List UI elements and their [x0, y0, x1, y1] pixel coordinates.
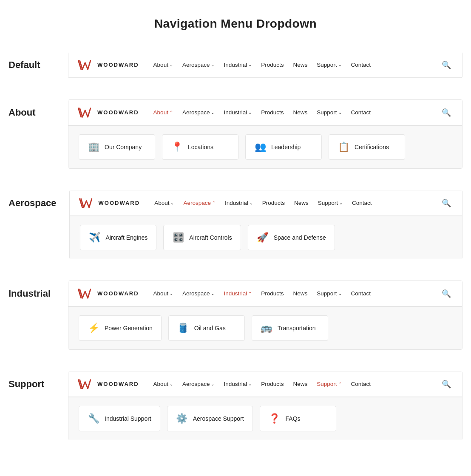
nav-item-news[interactable]: News	[289, 287, 312, 300]
nav-item-products[interactable]: Products	[257, 377, 288, 391]
logo[interactable]: WOODWARD	[77, 378, 139, 391]
dropdown-item[interactable]: ✈️ Aircraft Engines	[80, 225, 157, 250]
nav-item-about[interactable]: About⌃	[149, 106, 177, 119]
dropdown-items: 🏢 Our Company 📍 Locations 👥 Leadership 📋…	[79, 134, 452, 160]
nav-item-industrial[interactable]: Industrial⌃	[219, 287, 256, 300]
dropdown-item-label: Aircraft Controls	[189, 234, 232, 241]
logo[interactable]: WOODWARD	[78, 197, 140, 210]
dropdown-item[interactable]: 📋 Certifications	[329, 134, 405, 160]
nav-item-label: Industrial	[224, 62, 247, 68]
nav-item-news[interactable]: News	[289, 377, 312, 391]
nav-item-aerospace[interactable]: Aerospace⌄	[178, 377, 219, 391]
nav-item-support[interactable]: Support⌄	[312, 106, 346, 119]
nav-item-about[interactable]: About⌄	[149, 287, 177, 300]
nav-item-contact[interactable]: Contact	[347, 287, 375, 300]
nav-item-about[interactable]: About⌄	[149, 377, 177, 391]
nav-item-label: Support	[317, 62, 337, 68]
dropdown-item[interactable]: ⚡ Power Generation	[79, 315, 162, 341]
nav-item-aerospace[interactable]: Aerospace⌄	[178, 58, 219, 71]
section-default: Default WOODWARD About⌄ Aerospace⌄ Indus…	[9, 52, 462, 78]
nav-item-products[interactable]: Products	[257, 58, 288, 71]
nav-item-aerospace[interactable]: Aerospace⌄	[178, 287, 219, 300]
nav-item-contact[interactable]: Contact	[347, 377, 375, 391]
nav-bar: WOODWARD About⌄ Aerospace⌃ Industrial⌄ P…	[70, 190, 462, 216]
dropdown-item-icon: ⚡	[88, 323, 99, 334]
nav-item-about[interactable]: About⌄	[149, 58, 177, 71]
logo[interactable]: WOODWARD	[77, 287, 139, 300]
dropdown-item-icon: 📋	[338, 142, 349, 153]
nav-item-aerospace[interactable]: Aerospace⌃	[179, 196, 220, 210]
nav-container-about: WOODWARD About⌃ Aerospace⌄ Industrial⌄ P…	[68, 99, 462, 169]
search-icon[interactable]: 🔍	[439, 105, 454, 120]
chevron-aerospace-icon: ⌄	[211, 110, 214, 115]
dropdown-item-icon: ⚙️	[176, 413, 188, 424]
nav-item-products[interactable]: Products	[258, 196, 289, 210]
nav-item-label: Support	[317, 109, 337, 116]
nav-item-news[interactable]: News	[290, 196, 313, 210]
nav-item-aerospace[interactable]: Aerospace⌄	[178, 106, 219, 119]
dropdown-item[interactable]: 🛢️ Oil and Gas	[168, 315, 245, 341]
nav-links: About⌄ Aerospace⌄ Industrial⌃ Products N…	[149, 287, 437, 300]
dropdown-item[interactable]: ⚙️ Aerospace Support	[167, 406, 253, 431]
nav-item-industrial[interactable]: Industrial⌄	[219, 377, 256, 391]
dropdown-items: ✈️ Aircraft Engines 🎛️ Aircraft Controls…	[80, 225, 452, 250]
chevron-support-icon: ⌄	[339, 201, 343, 205]
nav-item-contact[interactable]: Contact	[347, 106, 375, 119]
nav-container-support: WOODWARD About⌄ Aerospace⌄ Industrial⌄ P…	[68, 371, 462, 440]
nav-item-about[interactable]: About⌄	[150, 196, 178, 210]
nav-item-label: News	[294, 200, 309, 206]
nav-item-industrial[interactable]: Industrial⌄	[219, 58, 256, 71]
search-icon[interactable]: 🔍	[439, 286, 454, 301]
nav-item-support[interactable]: Support⌄	[312, 58, 346, 71]
dropdown-item-label: Locations	[188, 144, 213, 150]
chevron-industrial-icon: ⌄	[248, 382, 252, 386]
nav-item-products[interactable]: Products	[257, 287, 288, 300]
nav-item-label: Aerospace	[182, 62, 210, 68]
dropdown-item-icon: 🛢️	[177, 323, 189, 334]
dropdown-item-label: Power Generation	[105, 325, 153, 332]
search-icon[interactable]: 🔍	[439, 377, 454, 391]
dropdown-item[interactable]: 👥 Leadership	[245, 134, 322, 160]
section-label-industrial: Industrial	[9, 280, 55, 299]
dropdown-item[interactable]: 🔧 Industrial Support	[79, 406, 160, 431]
logo-text: WOODWARD	[97, 109, 139, 116]
logo-text: WOODWARD	[99, 200, 140, 206]
nav-links: About⌄ Aerospace⌄ Industrial⌄ Products N…	[149, 377, 437, 391]
chevron-aerospace-icon: ⌄	[211, 382, 214, 386]
chevron-aerospace-icon: ⌄	[211, 62, 214, 67]
dropdown-item-icon: ❓	[269, 413, 281, 424]
nav-container-aerospace: WOODWARD About⌄ Aerospace⌃ Industrial⌄ P…	[69, 190, 462, 259]
dropdown-item[interactable]: 🚌 Transportation	[252, 315, 328, 341]
dropdown-item-icon: 🏢	[88, 142, 99, 153]
nav-item-industrial[interactable]: Industrial⌄	[221, 196, 257, 210]
nav-item-industrial[interactable]: Industrial⌄	[219, 106, 256, 119]
dropdown-item[interactable]: 🚀 Space and Defense	[248, 225, 335, 250]
nav-item-label: About	[153, 62, 168, 68]
nav-item-support[interactable]: Support⌄	[312, 287, 346, 300]
logo[interactable]: WOODWARD	[77, 59, 139, 71]
nav-links: About⌃ Aerospace⌄ Industrial⌄ Products N…	[149, 106, 437, 119]
dropdown-item-icon: 🚌	[261, 323, 272, 334]
nav-container-default: WOODWARD About⌄ Aerospace⌄ Industrial⌄ P…	[68, 52, 462, 78]
chevron-aerospace-icon: ⌄	[211, 291, 214, 296]
dropdown-item[interactable]: 🏢 Our Company	[79, 134, 155, 160]
logo[interactable]: WOODWARD	[77, 106, 139, 119]
dropdown-item[interactable]: ❓ FAQs	[260, 406, 336, 431]
nav-item-support[interactable]: Support⌃	[312, 377, 346, 391]
dropdown-item-label: Oil and Gas	[194, 325, 226, 332]
nav-item-products[interactable]: Products	[257, 106, 288, 119]
nav-item-label: Aerospace	[182, 381, 210, 387]
nav-item-contact[interactable]: Contact	[348, 196, 376, 210]
nav-item-support[interactable]: Support⌄	[314, 196, 347, 210]
nav-item-news[interactable]: News	[289, 106, 312, 119]
dropdown-item[interactable]: 📍 Locations	[162, 134, 238, 160]
nav-item-news[interactable]: News	[289, 58, 312, 71]
nav-item-label: Contact	[351, 109, 371, 116]
nav-item-contact[interactable]: Contact	[347, 58, 375, 71]
search-icon[interactable]: 🔍	[439, 58, 454, 72]
logo-text: WOODWARD	[97, 381, 139, 387]
nav-item-label: Contact	[351, 381, 371, 387]
search-icon[interactable]: 🔍	[439, 196, 454, 210]
dropdown-item[interactable]: 🎛️ Aircraft Controls	[163, 225, 241, 250]
dropdown-panel: ⚡ Power Generation 🛢️ Oil and Gas 🚌 Tran…	[68, 306, 462, 349]
